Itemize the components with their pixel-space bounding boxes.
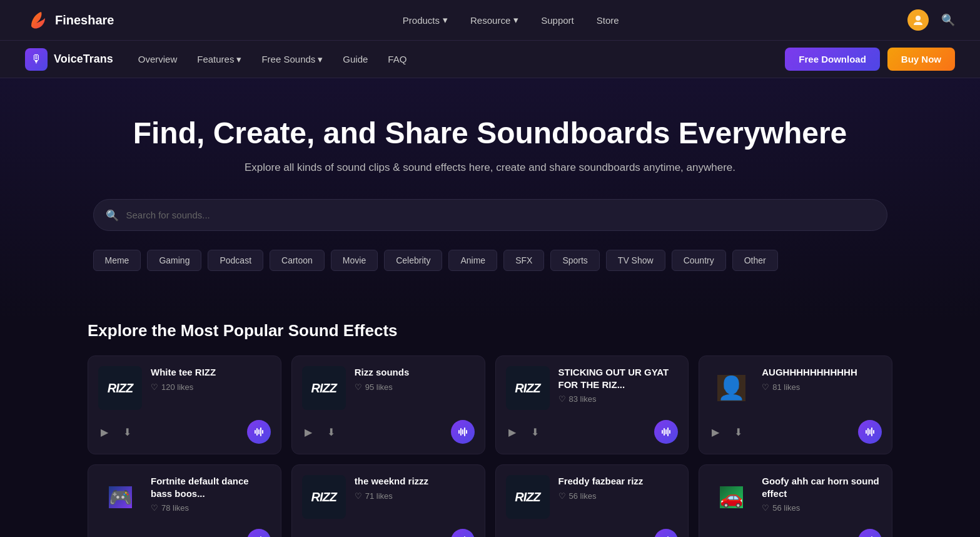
likes-count: 78 likes [161, 503, 189, 513]
play-button[interactable]: ▶ [506, 424, 518, 441]
chevron-down-icon: ▾ [443, 14, 448, 26]
fineshare-logo-icon [25, 8, 49, 32]
card-info: Fortnite default dance bass boos... ♡ 78… [151, 475, 271, 513]
nav-resource[interactable]: Resource ▾ [470, 14, 518, 26]
svg-rect-19 [871, 427, 872, 436]
card-info: Rizz sounds ♡ 95 likes [355, 366, 475, 392]
search-icon[interactable]: 🔍 [941, 13, 955, 27]
svg-rect-2 [256, 428, 258, 436]
play-button[interactable]: ▶ [98, 424, 111, 441]
likes-count: 56 likes [569, 491, 597, 501]
card-top: 🎮 Fortnite default dance bass boos... ♡ … [98, 475, 271, 519]
nav-support[interactable]: Support [541, 15, 574, 26]
play-button[interactable]: ▶ [709, 424, 722, 441]
card-thumbnail: 🎮 [98, 475, 142, 519]
category-tag-sfx[interactable]: SFX [503, 250, 544, 271]
svg-rect-13 [665, 429, 667, 434]
download-button[interactable]: ⬇ [528, 424, 542, 441]
play-button[interactable]: ▶ [302, 533, 315, 537]
heart-icon: ♡ [355, 491, 362, 501]
category-tag-podcast[interactable]: Podcast [208, 250, 263, 271]
subnav-overview[interactable]: Overview [138, 54, 178, 64]
sound-card: 👤 AUGHHHHHHHHHHH ♡ 81 likes ▶ ⬇ [699, 355, 892, 454]
sound-card: RIZZ Rizz sounds ♡ 95 likes ▶ ⬇ [291, 355, 485, 454]
hero-title: Find, Create, and Share Soundboards Ever… [25, 116, 955, 150]
svg-rect-11 [662, 430, 663, 434]
card-top: RIZZ White tee RIZZ ♡ 120 likes [98, 366, 271, 410]
category-tags: MemeGamingPodcastCartoonMovieCelebrityAn… [93, 250, 887, 271]
buy-now-button[interactable]: Buy Now [887, 48, 955, 71]
free-download-button[interactable]: Free Download [785, 48, 880, 71]
play-button[interactable]: ▶ [709, 533, 722, 537]
top-nav-links: Products ▾ Resource ▾ Support Store [403, 14, 619, 26]
svg-rect-10 [466, 430, 467, 434]
download-button[interactable]: ⬇ [732, 424, 745, 441]
card-likes: ♡ 78 likes [151, 503, 271, 513]
category-tag-movie[interactable]: Movie [331, 250, 378, 271]
voicetrans-logo[interactable]: 🎙 VoiceTrans [25, 48, 113, 71]
subnav-features[interactable]: Features ▾ [197, 54, 241, 65]
card-info: Freddy fazbear rizz ♡ 56 likes [558, 475, 679, 501]
likes-count: 81 likes [772, 382, 800, 392]
category-tag-tv-show[interactable]: TV Show [606, 250, 665, 271]
category-tag-gaming[interactable]: Gaming [147, 250, 201, 271]
user-avatar[interactable] [907, 9, 929, 31]
chevron-down-icon: ▾ [513, 14, 518, 26]
category-tag-sports[interactable]: Sports [550, 250, 599, 271]
card-actions-left: ▶ ⬇ [506, 424, 542, 441]
category-tag-other[interactable]: Other [732, 250, 778, 271]
search-input[interactable] [93, 199, 887, 231]
voicetrans-icon: 🎙 [25, 48, 48, 71]
sound-card: RIZZ Freddy fazbear rizz ♡ 56 likes ▶ ⬇ [495, 464, 689, 537]
waveform-button[interactable] [451, 420, 475, 444]
download-button[interactable]: ⬇ [325, 424, 338, 441]
card-thumbnail: RIZZ [302, 475, 346, 519]
waveform-button[interactable] [247, 529, 271, 537]
card-thumbnail: RIZZ [98, 366, 142, 410]
category-tag-cartoon[interactable]: Cartoon [270, 250, 325, 271]
main-content: Explore the Most Popular Sound Effects R… [0, 321, 980, 537]
card-bottom: ▶ ⬇ [98, 420, 271, 444]
subnav-free-sounds[interactable]: Free Sounds ▾ [261, 54, 323, 65]
waveform-button[interactable] [247, 420, 271, 444]
waveform-button[interactable] [858, 529, 882, 537]
play-button[interactable]: ▶ [506, 533, 518, 537]
card-actions-left: ▶ ⬇ [709, 424, 745, 441]
play-button[interactable]: ▶ [98, 533, 111, 537]
svg-rect-5 [262, 430, 263, 434]
waveform-icon [660, 426, 672, 437]
card-likes: ♡ 120 likes [151, 382, 271, 392]
download-button[interactable]: ⬇ [325, 533, 338, 537]
subnav-guide[interactable]: Guide [343, 54, 368, 64]
card-actions-left: ▶ ⬇ [302, 533, 338, 537]
sub-navigation: 🎙 VoiceTrans Overview Features ▾ Free So… [0, 41, 980, 78]
card-thumbnail: 🚗 [709, 475, 753, 519]
card-info: Goofy ahh car horn sound effect ♡ 56 lik… [762, 475, 882, 513]
waveform-button[interactable] [451, 529, 475, 537]
category-tag-anime[interactable]: Anime [448, 250, 497, 271]
heart-icon: ♡ [558, 491, 566, 501]
card-title: Fortnite default dance bass boos... [151, 475, 271, 499]
category-tag-celebrity[interactable]: Celebrity [384, 250, 442, 271]
section-title: Explore the Most Popular Sound Effects [88, 321, 892, 340]
subnav-faq[interactable]: FAQ [388, 54, 407, 64]
svg-rect-4 [260, 427, 261, 436]
nav-store[interactable]: Store [597, 15, 619, 26]
top-nav-right: 🔍 [907, 9, 955, 31]
waveform-button[interactable] [654, 529, 678, 537]
heart-icon: ♡ [151, 503, 158, 513]
download-button[interactable]: ⬇ [732, 533, 745, 537]
download-button[interactable]: ⬇ [121, 533, 134, 537]
svg-rect-1 [255, 430, 256, 434]
play-button[interactable]: ▶ [302, 424, 315, 441]
download-button[interactable]: ⬇ [121, 424, 134, 441]
logo[interactable]: Fineshare [25, 8, 114, 32]
likes-count: 120 likes [161, 382, 193, 392]
waveform-button[interactable] [858, 420, 882, 444]
nav-products[interactable]: Products ▾ [403, 14, 448, 26]
category-tag-meme[interactable]: Meme [93, 250, 141, 271]
waveform-button[interactable] [654, 420, 678, 444]
category-tag-country[interactable]: Country [672, 250, 726, 271]
chevron-down-icon: ▾ [318, 54, 323, 65]
download-button[interactable]: ⬇ [528, 533, 542, 537]
